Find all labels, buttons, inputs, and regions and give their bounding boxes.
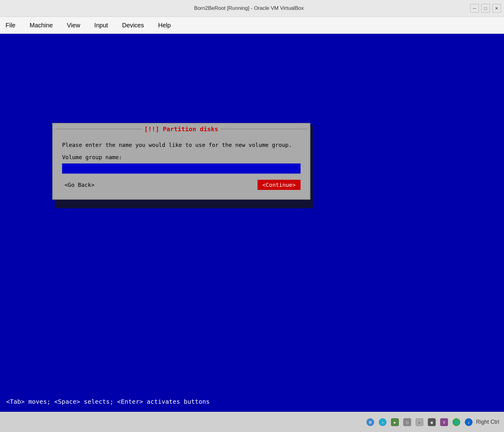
title-line-right	[221, 129, 307, 129]
close-button[interactable]: ✕	[492, 4, 501, 13]
title-line-left	[55, 129, 142, 129]
menu-bar: File Machine View Input Devices Help	[0, 17, 504, 34]
svg-text:V: V	[443, 420, 445, 425]
menu-view[interactable]: View	[65, 21, 83, 30]
dialog-buttons: <Go Back> <Continue>	[62, 180, 301, 190]
svg-text:▶: ▶	[394, 420, 396, 425]
go-back-button[interactable]: <Go Back>	[62, 180, 97, 189]
volume-group-label: Volume group name:	[62, 154, 301, 160]
partition-disks-dialog: [!!] Partition disks Please enter the na…	[52, 123, 310, 200]
tray-icon-1[interactable]: ⚙	[365, 417, 375, 427]
continue-button[interactable]: <Continue>	[258, 180, 301, 190]
tray-icon-4[interactable]: □	[402, 417, 412, 427]
menu-input[interactable]: Input	[92, 21, 110, 30]
title-bar: Born2BeRoot [Running] - Oracle VM Virtua…	[0, 0, 504, 17]
minimize-button[interactable]: ─	[470, 4, 479, 13]
taskbar: ⚙ ↗ ▶ □ ✏ ▣ V	[0, 412, 504, 432]
menu-file[interactable]: File	[3, 21, 18, 30]
window-title: Born2BeRoot [Running] - Oracle VM Virtua…	[28, 5, 470, 11]
maximize-button[interactable]: □	[481, 4, 490, 13]
svg-text:▣: ▣	[431, 420, 433, 425]
menu-devices[interactable]: Devices	[120, 21, 146, 30]
vm-status-bar: <Tab> moves; <Space> selects; <Enter> ac…	[0, 391, 504, 412]
svg-text:↓: ↓	[467, 420, 470, 425]
svg-text:🌐: 🌐	[454, 420, 459, 425]
svg-text:□: □	[406, 420, 408, 425]
tray-icon-3[interactable]: ▶	[390, 417, 400, 427]
menu-help[interactable]: Help	[156, 21, 173, 30]
right-ctrl-label: Right Ctrl	[476, 419, 499, 425]
vm-screen: [!!] Partition disks Please enter the na…	[0, 34, 504, 412]
svg-text:⚙: ⚙	[369, 420, 372, 425]
tray-icon-7[interactable]: V	[439, 417, 449, 427]
tray-icon-9[interactable]: ↓	[464, 417, 474, 427]
window-controls: ─ □ ✕	[470, 4, 501, 13]
volume-group-input[interactable]	[62, 163, 301, 174]
dialog-title-bar: [!!] Partition disks	[53, 124, 310, 135]
dialog-title: [!!] Partition disks	[144, 125, 219, 133]
tray-icon-6[interactable]: ▣	[427, 417, 437, 427]
dialog-description: Please enter the name you would like to …	[62, 141, 301, 149]
svg-text:✏: ✏	[418, 420, 420, 425]
dialog-wrapper: [!!] Partition disks Please enter the na…	[52, 123, 310, 200]
tray-icon-2[interactable]: ↗	[378, 417, 388, 427]
svg-text:↗: ↗	[381, 420, 384, 425]
dialog-body: Please enter the name you would like to …	[53, 135, 310, 199]
tray-icon-8[interactable]: 🌐	[451, 417, 461, 427]
menu-machine[interactable]: Machine	[27, 21, 55, 30]
tray-icon-5[interactable]: ✏	[415, 417, 424, 427]
status-text: <Tab> moves; <Space> selects; <Enter> ac…	[6, 398, 210, 405]
